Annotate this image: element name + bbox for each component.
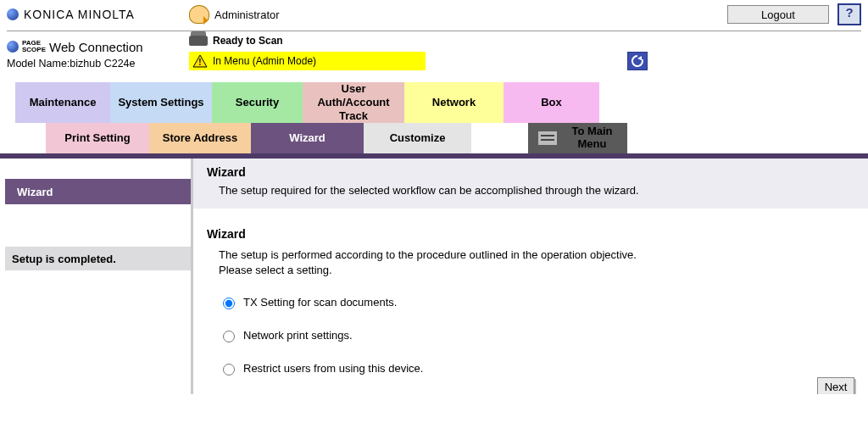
wizard-section: Wizard The setup is performed according … <box>193 209 868 376</box>
primary-tabs: Maintenance System Settings Security Use… <box>15 82 868 123</box>
option-network-print[interactable]: Network print settings. <box>219 328 854 342</box>
pagescope-brand: PAGESCOPE Web Connection <box>7 40 189 54</box>
model-name: Model Name:bizhub C224e <box>7 58 189 70</box>
main-panel: RO Wizard The setup required for the sel… <box>193 159 868 394</box>
radio-network-print[interactable] <box>223 331 235 342</box>
section-text-2: Please select a setting. <box>219 264 332 276</box>
option-network-print-label: Network print settings. <box>243 329 353 342</box>
tab-box[interactable]: Box <box>504 82 599 123</box>
secondary-tabs: Print Setting Store Address Wizard Custo… <box>46 123 868 153</box>
sidebar-item-label: Wizard <box>17 186 53 198</box>
main-menu-icon <box>538 131 557 145</box>
wizard-options: TX Setting for scan documents. Network p… <box>219 295 854 376</box>
next-button[interactable]: Next <box>817 377 854 394</box>
option-tx-label: TX Setting for scan documents. <box>243 296 397 309</box>
webconn-text: Web Connection <box>49 40 143 54</box>
tab-print-setting[interactable]: Print Setting <box>46 123 149 153</box>
warning-icon: ! <box>192 54 208 68</box>
section-text-1: The setup is performed according to the … <box>219 248 637 261</box>
scanner-icon <box>189 36 208 46</box>
to-main-menu-button[interactable]: To Main Menu <box>528 123 627 153</box>
tab-security[interactable]: Security <box>212 82 303 123</box>
option-restrict[interactable]: Restrict users from using this device. <box>219 361 854 376</box>
user-icon <box>189 5 209 24</box>
mode-text: In Menu (Admin Mode) <box>213 55 316 67</box>
current-user: Administrator <box>189 5 280 24</box>
mode-banner: ! In Menu (Admin Mode) <box>189 52 426 70</box>
brand-name: KONICA MINOLTA <box>7 8 189 21</box>
sidebar-status: Setup is completed. <box>5 247 191 270</box>
brand-text: KONICA MINOLTA <box>24 8 135 21</box>
option-tx[interactable]: TX Setting for scan documents. <box>219 295 854 309</box>
tab-customize[interactable]: Customize <box>364 123 471 153</box>
refresh-button[interactable] <box>627 52 648 70</box>
tab-system-settings[interactable]: System Settings <box>110 82 212 123</box>
sidebar: Wizard Setup is completed. <box>0 159 191 394</box>
help-button[interactable]: ? <box>837 3 861 25</box>
radio-tx[interactable] <box>223 298 235 309</box>
pagescope-small: PAGESCOPE <box>22 40 46 53</box>
user-label: Administrator <box>214 8 280 21</box>
header: KONICA MINOLTA Administrator Logout ? <box>0 0 868 31</box>
brand-block: KONICA MINOLTA <box>7 8 189 21</box>
intro-text: The setup required for the selected work… <box>219 184 854 197</box>
tab-store-address[interactable]: Store Address <box>149 123 251 153</box>
tab-maintenance[interactable]: Maintenance <box>15 82 110 123</box>
svg-marker-2 <box>637 56 642 60</box>
section-title: Wizard <box>207 227 854 241</box>
sidebar-status-text: Setup is completed. <box>12 253 116 265</box>
option-restrict-label: Restrict users from using this device. <box>243 362 423 375</box>
sidebar-item-wizard[interactable]: Wizard <box>5 179 191 204</box>
logo-icon <box>7 8 19 20</box>
header-divider <box>7 31 861 31</box>
tab-user-auth[interactable]: User Auth/Account Track <box>303 82 404 123</box>
tab-wizard[interactable]: Wizard <box>251 123 364 153</box>
logout-button[interactable]: Logout <box>727 5 829 24</box>
pagescope-icon <box>7 41 19 53</box>
to-main-menu-label: To Main Menu <box>562 125 622 151</box>
svg-text:!: ! <box>198 58 201 67</box>
scan-status: Ready to Scan <box>213 35 283 47</box>
wizard-intro: Wizard The setup required for the select… <box>193 159 868 209</box>
intro-title: Wizard <box>207 165 854 179</box>
tab-network[interactable]: Network <box>404 82 504 123</box>
radio-restrict[interactable] <box>223 364 235 376</box>
